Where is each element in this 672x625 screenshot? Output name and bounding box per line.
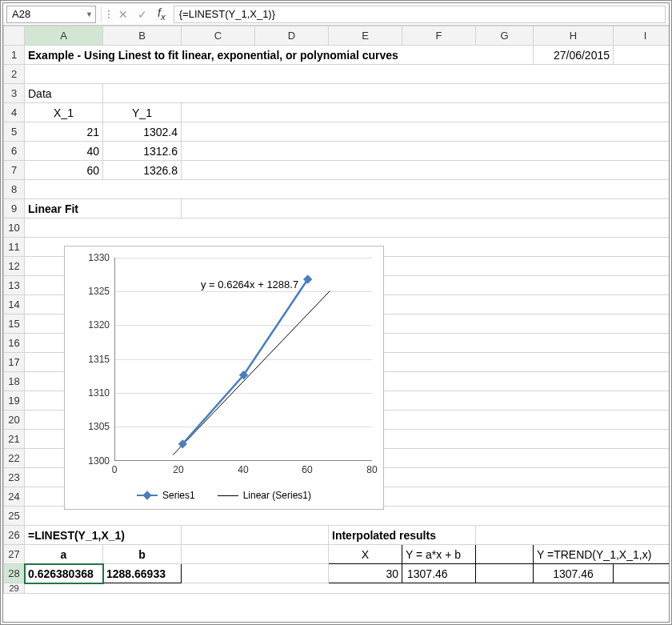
- enter-icon[interactable]: ✓: [135, 7, 150, 22]
- cell-interp-hdr[interactable]: Interpolated results: [329, 526, 476, 545]
- spreadsheet-grid[interactable]: A B C D E F G H I 1 Example - Using Line…: [3, 26, 669, 594]
- y-tick-label: 1315: [86, 354, 110, 365]
- cell[interactable]: [182, 103, 673, 122]
- col-header-A[interactable]: A: [25, 26, 103, 46]
- row-header[interactable]: 19: [4, 391, 25, 411]
- cell[interactable]: [182, 142, 673, 161]
- cell[interactable]: [614, 46, 673, 65]
- cell-a-hdr[interactable]: a: [25, 545, 103, 564]
- cell[interactable]: [25, 583, 673, 594]
- col-header-G[interactable]: G: [476, 26, 534, 46]
- cell[interactable]: [476, 526, 673, 545]
- row-header[interactable]: 17: [4, 353, 25, 372]
- row-header[interactable]: 4: [4, 103, 25, 122]
- cell-X-hdr[interactable]: X: [329, 545, 402, 564]
- row-header[interactable]: 11: [4, 238, 25, 257]
- cell[interactable]: 1326.8: [103, 161, 182, 180]
- cell-yab-hdr[interactable]: Y = a*x + b: [402, 545, 476, 564]
- y-tick-label: 1300: [86, 455, 110, 467]
- cell-y1i[interactable]: 1307.46: [402, 564, 476, 583]
- row-header[interactable]: 28: [4, 564, 25, 583]
- cell-linest-formula[interactable]: =LINEST(Y_1,X_1): [25, 526, 182, 545]
- col-header-I[interactable]: I: [614, 26, 673, 46]
- y-tick-label: 1325: [86, 286, 110, 297]
- chart-equation-label: y = 0.6264x + 1288.7: [201, 278, 298, 290]
- row-header[interactable]: 18: [4, 372, 25, 391]
- cell-xi[interactable]: 30: [329, 564, 402, 583]
- row-header[interactable]: 16: [4, 334, 25, 353]
- row-header[interactable]: 10: [4, 218, 25, 238]
- cell-b-hdr[interactable]: b: [103, 545, 182, 564]
- row-header[interactable]: 9: [4, 199, 25, 218]
- cell[interactable]: [476, 545, 534, 564]
- row-header[interactable]: 1: [4, 46, 25, 65]
- row-header[interactable]: 23: [4, 468, 25, 487]
- row-header[interactable]: 29: [4, 583, 25, 594]
- cell-date[interactable]: 27/06/2015: [534, 46, 614, 65]
- y-tick-label: 1320: [86, 319, 110, 331]
- legend-label: Linear (Series1): [243, 490, 311, 501]
- cell[interactable]: 1312.6: [103, 142, 182, 161]
- cell[interactable]: [476, 564, 534, 583]
- line-marker-icon: [137, 495, 158, 497]
- col-header-D[interactable]: D: [255, 26, 329, 46]
- fx-icon[interactable]: fx: [154, 6, 169, 22]
- cell-a-val[interactable]: 0.626380368: [25, 564, 103, 583]
- cell-y1-hdr[interactable]: Y_1: [103, 103, 182, 122]
- row-header[interactable]: 5: [4, 122, 25, 142]
- embedded-chart[interactable]: 1300 1305 1310 1315 1320 1325 1330: [64, 246, 384, 510]
- row-header[interactable]: 8: [4, 180, 25, 199]
- cancel-icon[interactable]: ✕: [116, 7, 130, 22]
- col-header-E[interactable]: E: [329, 26, 402, 46]
- cell[interactable]: [182, 526, 329, 545]
- formula-input[interactable]: {=LINEST(Y_1,X_1)}: [174, 6, 666, 23]
- row-header[interactable]: 2: [4, 65, 25, 84]
- cell-trend-hdr[interactable]: Y =TREND(Y_1,X_1,x): [534, 545, 673, 564]
- cell[interactable]: [25, 180, 673, 199]
- row-header[interactable]: 15: [4, 315, 25, 334]
- row-header[interactable]: 21: [4, 430, 25, 449]
- cell-title[interactable]: Example - Using Linest to fit linear, ex…: [25, 46, 534, 65]
- separator: [101, 6, 102, 22]
- cell-y2i[interactable]: 1307.46: [534, 564, 614, 583]
- row-header[interactable]: 25: [4, 507, 25, 526]
- cell-x1-hdr[interactable]: X_1: [25, 103, 103, 122]
- row-header[interactable]: 20: [4, 411, 25, 430]
- cell[interactable]: [25, 218, 673, 238]
- cell[interactable]: 40: [25, 142, 103, 161]
- row-header[interactable]: 3: [4, 84, 25, 103]
- cell[interactable]: [182, 564, 329, 583]
- name-box[interactable]: A28 ▼: [6, 6, 96, 23]
- col-header-F[interactable]: F: [402, 26, 476, 46]
- cell[interactable]: [182, 545, 329, 564]
- row-header[interactable]: 14: [4, 295, 25, 315]
- cell[interactable]: [182, 199, 673, 218]
- cell[interactable]: [25, 65, 673, 84]
- cell[interactable]: 1302.4: [103, 122, 182, 142]
- cell[interactable]: 60: [25, 161, 103, 180]
- cell-linearfit[interactable]: Linear Fit: [25, 199, 182, 218]
- col-header-C[interactable]: C: [182, 26, 255, 46]
- row-header[interactable]: 7: [4, 161, 25, 180]
- dropdown-icon[interactable]: ▼: [86, 10, 93, 18]
- row-header[interactable]: 27: [4, 545, 25, 564]
- row-header[interactable]: 22: [4, 449, 25, 468]
- cell-b-val[interactable]: 1288.66933: [103, 564, 182, 583]
- col-header-B[interactable]: B: [103, 26, 182, 46]
- row-header[interactable]: 24: [4, 487, 25, 507]
- cell[interactable]: 21: [25, 122, 103, 142]
- cell[interactable]: [182, 122, 673, 142]
- cell-data-label[interactable]: Data: [25, 84, 103, 103]
- row-header[interactable]: 26: [4, 526, 25, 545]
- cell[interactable]: [614, 564, 673, 583]
- row-header[interactable]: 6: [4, 142, 25, 161]
- row-header[interactable]: 13: [4, 276, 25, 295]
- x-tick-label: 20: [173, 464, 183, 475]
- select-all-corner[interactable]: [4, 26, 25, 46]
- name-box-value: A28: [12, 8, 30, 20]
- col-header-H[interactable]: H: [534, 26, 614, 46]
- cell[interactable]: [103, 84, 673, 103]
- row-header[interactable]: 12: [4, 257, 25, 276]
- legend-item-trendline: Linear (Series1): [218, 490, 311, 501]
- cell[interactable]: [182, 161, 673, 180]
